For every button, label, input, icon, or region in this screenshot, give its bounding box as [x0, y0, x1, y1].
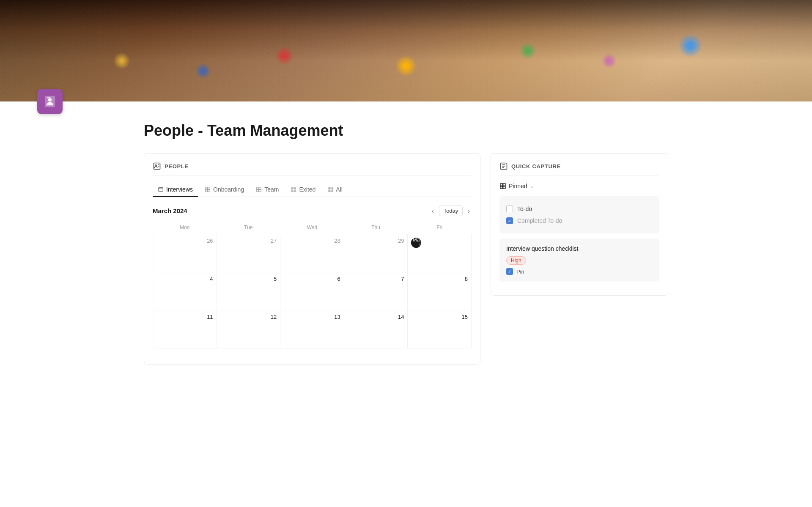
cal-header-wed: Wed [280, 223, 344, 234]
calendar-next-btn[interactable]: › [466, 206, 472, 216]
tab-exited[interactable]: Exited [285, 183, 321, 197]
people-panel-title: PEOPLE [165, 163, 189, 170]
todo-item-1: To-do [506, 203, 653, 215]
tab-exited-label: Exited [299, 186, 315, 193]
todo-checkbox-1[interactable] [506, 206, 513, 212]
svg-rect-9 [206, 187, 208, 189]
hero-image [0, 0, 812, 101]
cal-cell-15[interactable]: 15 [408, 310, 472, 348]
main-layout: PEOPLE Interviews [144, 153, 668, 364]
quick-capture-header: QUICK CAPTURE [499, 162, 659, 176]
priority-badge: High [506, 256, 526, 265]
people-panel-icon [153, 162, 161, 170]
cal-cell-7[interactable]: 7 [344, 272, 408, 310]
cal-cell-26[interactable]: 26 [153, 234, 217, 272]
tab-team-icon [256, 186, 262, 192]
calendar-prev-btn[interactable]: ‹ [430, 206, 436, 216]
cal-cell-27[interactable]: 27 [217, 234, 280, 272]
grid-icon [499, 183, 506, 189]
svg-rect-2 [47, 97, 50, 98]
svg-rect-31 [503, 186, 505, 189]
cal-cell-11[interactable]: 11 [153, 310, 217, 348]
cal-cell-12[interactable]: 12 [217, 310, 280, 348]
tab-exited-icon [291, 186, 296, 192]
quick-capture-panel: QUICK CAPTURE Pinned ⌄ To-do [491, 153, 668, 296]
quick-capture-icon [499, 162, 508, 170]
svg-rect-15 [257, 190, 259, 192]
tab-all-label: All [336, 186, 343, 193]
calendar-week-2: 4 5 6 7 8 [153, 272, 472, 310]
calendar-week-3: 11 12 13 14 15 [153, 310, 472, 348]
cal-header-mon: Mon [153, 223, 217, 234]
svg-rect-29 [503, 184, 505, 186]
svg-rect-28 [500, 184, 502, 186]
page-icon [37, 89, 63, 114]
calendar-grid: Mon Tue Wed Thu Fri 26 27 28 29 Mar 1 [153, 223, 472, 348]
pin-label: Pin [516, 269, 524, 275]
people-panel-header: PEOPLE [153, 162, 472, 176]
svg-rect-30 [500, 186, 502, 189]
pin-checkbox[interactable] [506, 268, 513, 275]
quick-capture-title: QUICK CAPTURE [511, 163, 561, 170]
svg-rect-14 [259, 187, 261, 189]
tab-interviews-icon [158, 186, 164, 192]
tab-interviews[interactable]: Interviews [153, 183, 198, 197]
page-icon-wrapper [37, 89, 63, 114]
cal-header-fri: Fri [408, 223, 472, 234]
calendar-header: March 2024 ‹ Today › [153, 206, 472, 216]
tab-onboarding[interactable]: Onboarding [200, 183, 249, 197]
page-content: People - Team Management PEOPLE [110, 122, 702, 364]
svg-point-4 [155, 165, 156, 166]
svg-rect-7 [159, 187, 163, 191]
cal-cell-mar1[interactable]: Mar 1 [408, 234, 472, 272]
chevron-down-icon: ⌄ [530, 183, 534, 189]
calendar-today-btn[interactable]: Today [439, 206, 463, 216]
tab-team-label: Team [264, 186, 279, 193]
cal-cell-14[interactable]: 14 [344, 310, 408, 348]
cal-header-thu: Thu [344, 223, 408, 234]
cal-cell-4[interactable]: 4 [153, 272, 217, 310]
svg-rect-10 [208, 187, 210, 189]
svg-rect-13 [257, 187, 259, 189]
cal-cell-29[interactable]: 29 [344, 234, 408, 272]
tab-all[interactable]: All [322, 183, 348, 197]
todo-item-2: Completed To-do [506, 215, 653, 227]
pinned-row[interactable]: Pinned ⌄ [499, 183, 659, 189]
cal-cell-6[interactable]: 6 [280, 272, 344, 310]
tab-team[interactable]: Team [251, 183, 284, 197]
calendar-week-1: 26 27 28 29 Mar 1 [153, 234, 472, 272]
svg-rect-12 [208, 190, 210, 192]
tab-onboarding-icon [205, 186, 211, 192]
hero-banner [0, 0, 812, 101]
calendar-nav: ‹ Today › [430, 206, 472, 216]
interview-card: Interview question checklist High Pin [499, 238, 659, 282]
tabs-row: Interviews Onboarding [153, 183, 472, 197]
todo-label-1: To-do [517, 206, 532, 212]
calendar-month: March 2024 [153, 207, 187, 214]
todo-label-2: Completed To-do [517, 217, 562, 224]
cal-cell-5[interactable]: 5 [217, 272, 280, 310]
person-id-icon [43, 95, 57, 108]
interview-card-title: Interview question checklist [506, 245, 653, 252]
page-title: People - Team Management [144, 122, 668, 140]
tab-onboarding-label: Onboarding [213, 186, 244, 193]
people-panel: PEOPLE Interviews [144, 153, 480, 364]
pin-row: Pin [506, 268, 653, 275]
cal-cell-13[interactable]: 13 [280, 310, 344, 348]
cal-header-tue: Tue [217, 223, 280, 234]
svg-rect-11 [206, 190, 208, 192]
svg-point-1 [48, 98, 52, 101]
svg-rect-22 [328, 187, 333, 192]
svg-rect-17 [291, 187, 296, 192]
svg-rect-16 [259, 190, 261, 192]
cal-cell-28[interactable]: 28 [280, 234, 344, 272]
cal-cell-8[interactable]: 8 [408, 272, 472, 310]
todo-checkbox-2[interactable] [506, 217, 513, 224]
pinned-label: Pinned [509, 183, 527, 189]
tab-interviews-label: Interviews [166, 186, 193, 193]
tab-all-icon [327, 186, 333, 192]
todo-card: To-do Completed To-do [499, 196, 659, 233]
